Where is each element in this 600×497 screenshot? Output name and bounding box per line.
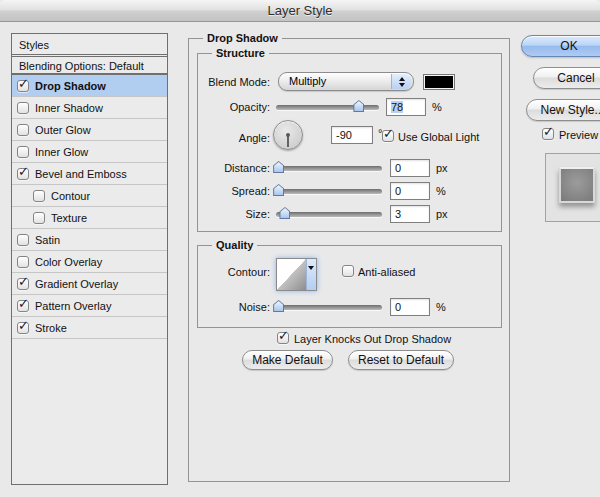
style-checkbox[interactable] (17, 256, 29, 268)
slider-track[interactable] (276, 189, 382, 194)
styles-rows: Drop Shadow Inner Shadow Outer Glow Inne… (12, 75, 167, 339)
window-title: Layer Style (267, 3, 332, 18)
style-checkbox[interactable] (33, 212, 45, 224)
opacity-unit-label: % (432, 101, 442, 113)
style-row[interactable]: Stroke (12, 317, 167, 339)
use-global-light-label: Use Global Light (398, 131, 479, 143)
reset-to-default-button[interactable]: Reset to Default (348, 350, 454, 370)
preview-swatch (559, 167, 595, 203)
quality-group-title: Quality (212, 238, 257, 252)
slider-track[interactable] (276, 212, 382, 217)
new-style-button[interactable]: New Style... (526, 99, 600, 121)
style-checkbox[interactable] (17, 146, 29, 158)
style-label: Drop Shadow (35, 80, 106, 92)
spread-slider[interactable] (276, 185, 382, 198)
style-label: Bevel and Emboss (35, 168, 127, 180)
stepper-arrows-icon (391, 74, 412, 89)
slider-thumb[interactable] (353, 100, 364, 112)
knockout-checkbox[interactable] (277, 332, 289, 344)
angle-input[interactable]: -90 (331, 126, 373, 144)
slider-thumb[interactable] (273, 161, 284, 173)
size-input[interactable]: 3 (390, 205, 430, 223)
opacity-value: 78 (391, 101, 403, 113)
style-label: Satin (35, 234, 60, 246)
noise-slider[interactable] (276, 301, 382, 314)
blend-mode-label: Blend Mode: (198, 76, 270, 88)
style-checkbox[interactable] (17, 300, 29, 312)
style-label: Inner Glow (35, 146, 88, 158)
structure-group: Structure Blend Mode: Multiply Opacity: … (197, 53, 502, 232)
drop-shadow-group-title: Drop Shadow (203, 31, 282, 45)
style-checkbox[interactable] (17, 102, 29, 114)
distance-slider[interactable] (276, 162, 382, 175)
style-checkbox[interactable] (33, 190, 45, 202)
style-checkbox[interactable] (17, 322, 29, 334)
styles-header: Styles (12, 34, 167, 57)
slider-thumb[interactable] (273, 300, 284, 312)
contour-thumbnail[interactable] (277, 259, 306, 290)
distance-label: Distance: (198, 162, 270, 174)
noise-input[interactable]: 0 (390, 298, 430, 316)
contour-picker[interactable] (276, 258, 317, 291)
styles-panel: Styles Blending Options: Default Drop Sh… (11, 33, 168, 485)
opacity-label: Opacity: (198, 101, 270, 113)
style-row[interactable]: Inner Glow (12, 141, 167, 163)
structure-group-title: Structure (212, 46, 269, 60)
spread-unit-label: % (436, 185, 446, 197)
anti-aliased-label: Anti-aliased (358, 266, 415, 278)
style-label: Inner Shadow (35, 102, 103, 114)
size-label: Size: (198, 208, 270, 220)
slider-track[interactable] (276, 305, 382, 310)
slider-track[interactable] (276, 166, 382, 171)
quality-group: Quality Contour: Anti-aliased Noise: 0 % (197, 245, 502, 328)
distance-unit-label: px (436, 162, 448, 174)
style-row[interactable]: Gradient Overlay (12, 273, 167, 295)
style-row[interactable]: Satin (12, 229, 167, 251)
style-label: Texture (51, 212, 87, 224)
style-checkbox[interactable] (17, 278, 29, 290)
contour-dropdown-strip[interactable] (306, 259, 317, 290)
blending-options-row[interactable]: Blending Options: Default (12, 57, 167, 75)
opacity-input[interactable]: 78 (386, 98, 426, 116)
style-row[interactable]: Color Overlay (12, 251, 167, 273)
style-row[interactable]: Bevel and Emboss (12, 163, 167, 185)
slider-thumb[interactable] (279, 207, 290, 219)
style-checkbox[interactable] (17, 124, 29, 136)
make-default-button[interactable]: Make Default (242, 350, 333, 370)
style-row[interactable]: Drop Shadow (12, 75, 167, 97)
style-checkbox[interactable] (17, 80, 29, 92)
style-row[interactable]: Pattern Overlay (12, 295, 167, 317)
ok-button[interactable]: OK (521, 35, 600, 57)
preview-checkbox[interactable] (542, 128, 554, 140)
blend-mode-select[interactable]: Multiply (278, 72, 414, 91)
size-slider[interactable] (276, 208, 382, 221)
style-row[interactable]: Inner Shadow (12, 97, 167, 119)
use-global-light-checkbox[interactable] (382, 130, 394, 142)
style-row[interactable]: Texture (12, 207, 167, 229)
contour-label: Contour: (198, 266, 270, 278)
opacity-slider[interactable] (276, 101, 379, 114)
angle-hub-icon (286, 133, 290, 137)
slider-thumb[interactable] (273, 184, 284, 196)
angle-dial[interactable] (273, 120, 303, 150)
cancel-button[interactable]: Cancel (533, 67, 600, 89)
spread-label: Spread: (198, 185, 270, 197)
distance-input[interactable]: 0 (390, 159, 430, 177)
style-row[interactable]: Outer Glow (12, 119, 167, 141)
layer-style-dialog: Layer Style Styles Blending Options: Def… (0, 0, 600, 497)
style-row[interactable]: Contour (12, 185, 167, 207)
knockout-label: Layer Knocks Out Drop Shadow (294, 333, 451, 345)
size-unit-label: px (436, 208, 448, 220)
style-label: Gradient Overlay (35, 278, 118, 290)
window-titlebar[interactable]: Layer Style (0, 0, 600, 22)
arrow-down-icon (399, 83, 405, 87)
arrow-up-icon (399, 77, 405, 81)
style-label: Pattern Overlay (35, 300, 111, 312)
anti-aliased-checkbox[interactable] (342, 265, 354, 277)
preview-label: Preview (559, 129, 598, 141)
style-checkbox[interactable] (17, 168, 29, 180)
style-checkbox[interactable] (17, 234, 29, 246)
spread-input[interactable]: 0 (390, 182, 430, 200)
shadow-color-swatch[interactable] (423, 74, 455, 90)
angle-label: Angle: (198, 132, 270, 144)
